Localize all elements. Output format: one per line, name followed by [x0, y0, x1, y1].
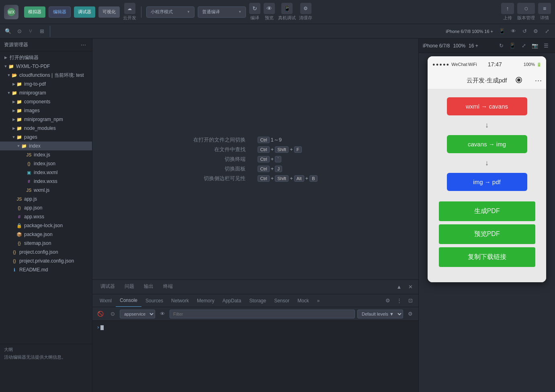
- simulator-button[interactable]: 模拟器: [24, 6, 45, 18]
- search-icon-btn[interactable]: 🔍: [3, 27, 13, 36]
- images-item[interactable]: ▶ 📁 images: [0, 106, 92, 115]
- compile-dropdown[interactable]: 普通编译 ▼: [198, 6, 246, 18]
- app-json-item[interactable]: {} app.json: [0, 203, 92, 212]
- generate-pdf-btn[interactable]: 生成PDF: [439, 201, 535, 221]
- index-json-item[interactable]: {} index.json: [0, 159, 92, 168]
- cloudfunctions-item[interactable]: ▼ 📂 cloudfunctions | 当前环境: test: [0, 71, 92, 80]
- debug-tab-debugger[interactable]: 调试器: [96, 280, 120, 294]
- img-to-pdf-item[interactable]: ▶ 📁 img-to-pdf: [0, 80, 92, 88]
- phone-nav-more-icon[interactable]: ···: [535, 76, 542, 85]
- phone-icon-btn[interactable]: 📱: [497, 27, 507, 36]
- screenshot-btn[interactable]: 📷: [530, 41, 540, 51]
- toolbar-item-debugger[interactable]: 调试器: [74, 6, 95, 18]
- preview-button[interactable]: 👁: [264, 3, 275, 14]
- wxml-cavans-btn[interactable]: wxml → cavans: [447, 97, 527, 115]
- version-item[interactable]: ⬡ 版本管理: [517, 3, 535, 21]
- debugger-button[interactable]: 调试器: [74, 6, 95, 18]
- compile-dropdown-button[interactable]: 普通编译 ▼: [198, 6, 246, 18]
- preview-pdf-btn[interactable]: 预览PDF: [439, 224, 535, 244]
- debug-tab-terminal[interactable]: 终端: [158, 280, 178, 294]
- index-js-item[interactable]: JS index.js: [0, 150, 92, 159]
- package-json-item[interactable]: 📦 package.json: [0, 230, 92, 239]
- console-filter-input[interactable]: [170, 310, 355, 318]
- toolbar-item-editor[interactable]: 编辑器: [49, 6, 71, 18]
- upload-button[interactable]: ↑: [501, 3, 514, 14]
- node-modules-item[interactable]: ▶ 📁 node_modules: [0, 124, 92, 133]
- compile-button[interactable]: ↻: [249, 3, 260, 14]
- index-folder-item[interactable]: ▼ 📁 index: [0, 142, 92, 150]
- debug-minimize-btn[interactable]: ▲: [394, 282, 404, 292]
- console-level-select[interactable]: Default levels ▼: [357, 310, 403, 318]
- tab-more[interactable]: »: [313, 294, 324, 307]
- console-clear-btn[interactable]: 🚫: [96, 309, 105, 319]
- tab-memory[interactable]: Memory: [193, 294, 218, 307]
- details-item[interactable]: ≡ 详情: [538, 3, 551, 21]
- miniprogram-item[interactable]: ▼ 📁 miniprogram: [0, 88, 92, 97]
- upload-item[interactable]: ↑ 上传: [501, 3, 514, 21]
- components-item[interactable]: ▶ 📁 components: [0, 97, 92, 106]
- mode-dropdown[interactable]: 小程序模式 ▼: [146, 6, 195, 18]
- wxml-js-item[interactable]: JS wxml.js: [0, 186, 92, 195]
- toolbar-item-preview[interactable]: 👁 预览: [264, 3, 275, 21]
- new-file-icon[interactable]: ⋯: [78, 40, 88, 50]
- mode-dropdown-button[interactable]: 小程序模式 ▼: [146, 6, 195, 18]
- realtest-button[interactable]: 📱: [281, 3, 293, 14]
- project-private-item[interactable]: {} project.private.config.json: [0, 257, 92, 265]
- devtools-more-btn[interactable]: ⋮: [394, 296, 404, 306]
- eye-icon-btn[interactable]: 👁: [508, 27, 518, 36]
- toolbar-item-simulator[interactable]: 模拟器: [24, 6, 45, 18]
- project-root-item[interactable]: ▼ 📁 WXML-TO-PDF: [0, 62, 92, 71]
- debug-tab-output[interactable]: 输出: [139, 280, 158, 294]
- menu-btn[interactable]: ☰: [541, 41, 551, 51]
- tab-storage[interactable]: Storage: [245, 294, 270, 307]
- img-pdf-btn[interactable]: img → pdf: [447, 173, 527, 191]
- visualize-button[interactable]: 可视化: [98, 6, 120, 18]
- console-nav-btn[interactable]: ⊙: [108, 309, 117, 319]
- editor-button[interactable]: 编辑器: [49, 6, 71, 18]
- copy-download-link-btn[interactable]: 复制下载链接: [439, 247, 535, 267]
- app-js-item[interactable]: JS app.js: [0, 195, 92, 203]
- tab-appdata[interactable]: AppData: [218, 294, 245, 307]
- cloud-button[interactable]: ☁: [124, 3, 135, 14]
- debug-tab-issues[interactable]: 问题: [120, 280, 139, 294]
- console-eye-btn[interactable]: 👁: [158, 309, 167, 319]
- debug-close-btn[interactable]: ✕: [405, 282, 415, 292]
- expand-view-btn[interactable]: ⤢: [519, 41, 528, 51]
- settings-icon-btn[interactable]: ⚙: [531, 27, 541, 36]
- toolbar-item-cloud[interactable]: ☁ 云开发: [123, 3, 136, 21]
- miniprogram-npm-item[interactable]: ▶ 📁 miniprogram_npm: [0, 115, 92, 124]
- nav-icon-btn[interactable]: ⊙: [14, 27, 24, 36]
- clearcache-button[interactable]: ⚙: [300, 3, 311, 14]
- toolbar-item-compile[interactable]: ↻ 编译: [249, 3, 260, 21]
- tab-console[interactable]: Console: [116, 294, 141, 307]
- expand-icon-btn[interactable]: ⤢: [542, 27, 552, 36]
- readme-item[interactable]: ℹ README.md: [0, 265, 92, 274]
- version-button[interactable]: ⬡: [517, 3, 535, 14]
- branch-icon-btn[interactable]: ⑂: [26, 27, 35, 36]
- details-button[interactable]: ≡: [538, 3, 551, 14]
- console-settings-btn[interactable]: ⚙: [405, 309, 415, 319]
- tab-mock[interactable]: Mock: [293, 294, 313, 307]
- toolbar-item-visualize[interactable]: 可视化: [98, 6, 120, 18]
- toolbar-item-realtest[interactable]: 📱 真机调试: [278, 3, 296, 21]
- index-wxss-item[interactable]: # index.wxss: [0, 177, 92, 186]
- project-config-item[interactable]: {} project.config.json: [0, 248, 92, 257]
- index-wxml-item[interactable]: ▣ index.wxml: [0, 168, 92, 177]
- open-editors-item[interactable]: ▶ 打开的编辑器: [0, 53, 92, 62]
- console-context-select[interactable]: appservice: [120, 310, 155, 318]
- toolbar-item-clearcache[interactable]: ⚙ 清缓存: [299, 3, 312, 21]
- tab-sources[interactable]: Sources: [141, 294, 167, 307]
- refresh-icon-btn[interactable]: ↺: [520, 27, 529, 36]
- devtools-settings-btn[interactable]: ⚙: [383, 296, 393, 306]
- package-lock-item[interactable]: 🔒 package-lock.json: [0, 221, 92, 230]
- bookmark-icon-btn[interactable]: ⊞: [37, 27, 47, 36]
- app-wxss-item[interactable]: # app.wxss: [0, 212, 92, 221]
- tab-network[interactable]: Network: [167, 294, 193, 307]
- devtools-dock-btn[interactable]: ⊡: [405, 296, 415, 306]
- rotate-btn[interactable]: ↻: [496, 41, 506, 51]
- sitemap-json-item[interactable]: {} sitemap.json: [0, 239, 92, 248]
- cavans-img-btn[interactable]: cavans → img: [447, 135, 527, 153]
- tab-wxml[interactable]: Wxml: [96, 294, 116, 307]
- phone-view-btn[interactable]: 📱: [508, 41, 517, 51]
- pages-item[interactable]: ▼ 📁 pages: [0, 133, 92, 142]
